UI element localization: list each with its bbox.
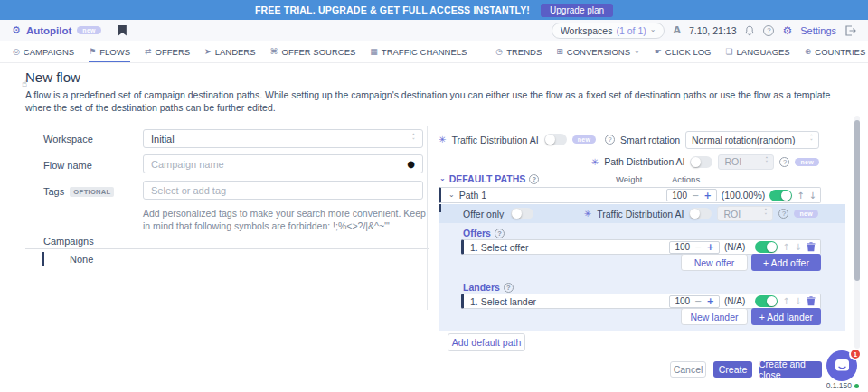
- nav-item-traffic-channels[interactable]: ▦TRAFFIC CHANNELS: [370, 41, 467, 62]
- tags-input[interactable]: [151, 185, 415, 196]
- notifications-bell-icon[interactable]: [744, 25, 755, 36]
- path-ai-metric-value: ROI: [724, 156, 741, 167]
- paper-plane-icon: ➤: [204, 47, 212, 56]
- traffic-ai-label: Traffic Distribution AI: [597, 209, 684, 219]
- scrollbar-thumb[interactable]: [854, 120, 860, 281]
- move-down-icon[interactable]: ↓: [795, 242, 802, 252]
- delete-offer-icon[interactable]: [807, 242, 816, 252]
- nav-item-offers[interactable]: ⇄OFFERS: [145, 41, 190, 62]
- cancel-button[interactable]: Cancel: [670, 361, 706, 378]
- nav-item-conversions[interactable]: ⊞CONVERSIONS⌄: [556, 41, 639, 62]
- move-up-icon[interactable]: ↑: [797, 191, 804, 201]
- move-down-icon[interactable]: ↓: [809, 191, 816, 201]
- offers-section-label: Offers ?: [463, 228, 505, 238]
- path-ai-toggle[interactable]: [690, 156, 712, 168]
- smart-rotation-select[interactable]: Normal rotation(random) ˄˅: [685, 131, 819, 149]
- mouse-cursor-icon: ☝: [22, 79, 27, 89]
- increase-weight-button[interactable]: +: [703, 191, 711, 201]
- offer-weight-value[interactable]: 100: [675, 242, 690, 252]
- nav-item-trends[interactable]: ◷TRENDS: [495, 41, 542, 62]
- path-ai-help-icon[interactable]: ?: [779, 157, 789, 167]
- new-badge: new: [572, 135, 597, 144]
- chevron-down-icon: ⌄: [634, 47, 640, 55]
- move-up-icon[interactable]: ↑: [782, 242, 789, 252]
- stepper-icon: ˄˅: [412, 135, 415, 143]
- path-ai-metric-select[interactable]: ROI ˄˅: [718, 154, 774, 170]
- create-button[interactable]: Create: [713, 361, 752, 378]
- clock-icon: ◷: [495, 47, 503, 56]
- smart-rotation-help-icon[interactable]: ?: [605, 135, 615, 145]
- offers-help-icon[interactable]: ?: [495, 229, 505, 238]
- nav-item-languages[interactable]: ❏LANGUAGES: [726, 41, 790, 62]
- path-traffic-ai-toggle[interactable]: [689, 208, 712, 219]
- traffic-ai-toggle[interactable]: [544, 134, 567, 145]
- autopilot-link[interactable]: ⚙ Autopilot new: [12, 24, 127, 36]
- column-divider: [427, 126, 428, 310]
- decrease-weight-button[interactable]: −: [692, 191, 699, 201]
- traffic-ai-help-icon[interactable]: ?: [778, 209, 788, 219]
- color-dot-icon[interactable]: ●: [407, 159, 415, 169]
- offer-row-label: 1. Select offer: [470, 242, 529, 253]
- flag-icon: ⚑: [89, 47, 96, 56]
- path-weight-value[interactable]: 100: [672, 191, 687, 201]
- path-weight-control: 100 − +: [666, 189, 716, 201]
- bookmark-icon[interactable]: [118, 25, 127, 36]
- decrease-weight-button[interactable]: −: [694, 242, 702, 252]
- footer-divider: [0, 359, 868, 359]
- add-offer-button[interactable]: + Add offer: [751, 254, 821, 271]
- increase-weight-button[interactable]: +: [706, 296, 713, 306]
- move-up-icon[interactable]: ↑: [782, 296, 789, 306]
- chevron-down-icon: ⌄: [439, 174, 446, 182]
- target-icon: ◎: [13, 47, 20, 56]
- lander-row-label: 1. Select lander: [470, 296, 536, 307]
- increase-weight-button[interactable]: +: [706, 242, 713, 252]
- landers-help-icon[interactable]: ?: [504, 283, 514, 293]
- translate-icon[interactable]: A: [673, 24, 681, 36]
- nav-item-flows[interactable]: ⚑FLOWS: [89, 41, 130, 62]
- sitemap-icon: ⌘: [270, 47, 278, 56]
- tags-label: Tags OPTIONAL: [43, 186, 114, 197]
- path-detail-panel: Offer only ✳ Traffic Distribution AI ROI…: [439, 204, 845, 331]
- default-paths-help-icon[interactable]: ?: [529, 174, 539, 184]
- move-down-icon[interactable]: ↓: [795, 296, 802, 306]
- path-weight-percent: (100.00%): [722, 190, 765, 201]
- trial-banner-text: FREE TRIAL. UPGRADE & GET FULL ACCESS IN…: [255, 5, 530, 15]
- path-row[interactable]: ⌄ Path 1 100 − + (100.00%) ↑ ↓: [439, 187, 821, 203]
- new-offer-button[interactable]: New offer: [681, 254, 748, 271]
- path-enabled-toggle[interactable]: [769, 190, 792, 201]
- traffic-ai-row: ✳ Traffic Distribution AI new ? Smart ro…: [439, 130, 819, 149]
- offer-enabled-toggle[interactable]: [755, 241, 778, 253]
- new-badge: new: [795, 158, 819, 166]
- upgrade-plan-button[interactable]: Upgrade plan: [541, 4, 613, 17]
- settings-link[interactable]: Settings: [800, 25, 836, 36]
- nav-item-countries[interactable]: ⊕COUNTRIES⌄: [805, 41, 868, 62]
- workspace-select[interactable]: Initial ˄˅: [143, 129, 423, 148]
- landers-section-label: Landers ?: [463, 282, 514, 293]
- path-traffic-ai-metric-select[interactable]: ROI ˄˅: [717, 206, 773, 221]
- decrease-weight-button[interactable]: −: [694, 296, 702, 306]
- nav-item-offer-sources[interactable]: ⌘OFFER SOURCES: [270, 41, 356, 62]
- nav-item-campaigns[interactable]: ◎CAMPAIGNS: [13, 41, 74, 62]
- default-paths-title[interactable]: ⌄ DEFAULT PATHS ?: [439, 173, 539, 184]
- new-badge: new: [77, 26, 101, 34]
- stepper-icon: ˄˅: [810, 135, 813, 144]
- flow-name-input[interactable]: [151, 159, 407, 170]
- create-and-close-button[interactable]: Create and close: [759, 361, 822, 378]
- lander-enabled-toggle[interactable]: [755, 295, 778, 307]
- nav-item-landers[interactable]: ➤LANDERS: [204, 41, 255, 62]
- offer-only-toggle[interactable]: [511, 208, 533, 219]
- help-icon[interactable]: ?: [763, 25, 774, 36]
- add-lander-button[interactable]: + Add lander: [751, 308, 821, 325]
- app-header: ⚙ Autopilot new Workspaces (1 of 1) ⌄ A …: [0, 20, 868, 41]
- settings-gear-icon[interactable]: ⚙: [782, 24, 792, 37]
- offer-row[interactable]: 1. Select offer 100 − + (N/A) ↑ ↓: [461, 239, 821, 255]
- workspaces-dropdown[interactable]: Workspaces (1 of 1) ⌄: [552, 23, 665, 39]
- nav-item-click-log[interactable]: ☛CLICK LOG: [655, 41, 712, 62]
- workspace-value: Initial: [151, 134, 175, 145]
- delete-lander-icon[interactable]: [807, 296, 816, 306]
- lander-weight-value[interactable]: 100: [675, 296, 690, 306]
- lander-row[interactable]: 1. Select lander 100 − + (N/A) ↑ ↓: [461, 294, 821, 309]
- add-default-path-button[interactable]: Add default path: [448, 333, 525, 351]
- new-lander-button[interactable]: New lander: [681, 308, 748, 325]
- logout-icon[interactable]: [844, 25, 856, 36]
